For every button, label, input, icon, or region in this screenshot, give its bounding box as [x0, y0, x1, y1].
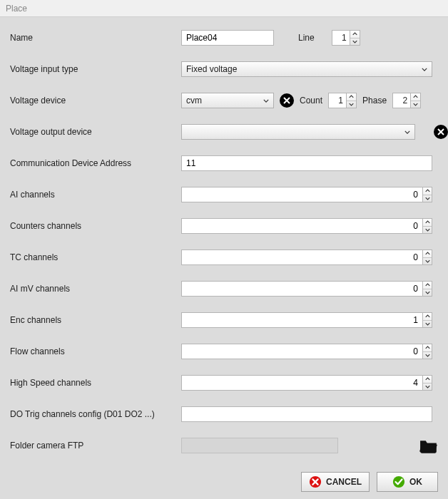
chevron-down-icon	[263, 99, 269, 103]
commaddr-label: Communication Device Address	[10, 158, 181, 168]
counters-input[interactable]	[181, 218, 422, 234]
enc-spin-down[interactable]	[423, 321, 432, 328]
dotrig-label: DO Trig channels config (D01 DO2 ...)	[10, 409, 181, 419]
tc-spin-up[interactable]	[423, 250, 432, 258]
line-spinner[interactable]: 1	[332, 30, 360, 46]
ai-spin-down[interactable]	[423, 195, 432, 202]
count-value: 1	[329, 93, 346, 108]
title-bar: Place	[0, 0, 448, 17]
tc-label: TC channels	[10, 252, 181, 262]
window-title: Place	[6, 4, 27, 14]
enc-input[interactable]	[181, 312, 422, 328]
phase-spinner[interactable]: 2	[392, 93, 421, 108]
chevron-down-icon	[422, 68, 427, 71]
counters-label: Counters channels	[10, 221, 181, 231]
ftp-label: Folder camera FTP	[10, 441, 181, 451]
ok-label: OK	[409, 477, 422, 487]
vout-label: Voltage output device	[10, 127, 181, 137]
line-label: Line	[298, 33, 315, 43]
hispeed-spin-up[interactable]	[423, 376, 432, 384]
cancel-button[interactable]: CANCEL	[301, 472, 370, 492]
vout-combo[interactable]	[181, 124, 415, 140]
flow-spin-down[interactable]	[423, 352, 432, 359]
line-spin-down[interactable]	[350, 38, 360, 46]
ai-label: AI channels	[10, 190, 181, 200]
line-spin-up[interactable]	[350, 31, 360, 38]
hispeed-input[interactable]	[181, 375, 422, 391]
close-icon	[283, 97, 290, 104]
ok-icon	[392, 475, 405, 488]
line-value: 1	[332, 31, 350, 45]
name-input[interactable]	[181, 30, 274, 46]
phase-spin-down[interactable]	[411, 101, 420, 108]
enc-label: Enc channels	[10, 315, 181, 325]
count-spin-up[interactable]	[347, 93, 356, 101]
tc-input[interactable]	[181, 250, 422, 265]
counters-spin-down[interactable]	[423, 227, 432, 234]
ftp-input[interactable]	[181, 438, 338, 453]
vdev-label: Voltage device	[10, 96, 181, 106]
enc-spin-up[interactable]	[423, 313, 432, 321]
dotrig-input[interactable]	[181, 406, 432, 422]
flow-input[interactable]	[181, 344, 422, 359]
count-label: Count	[300, 96, 322, 106]
tc-spin-down[interactable]	[423, 258, 432, 265]
vout-clear-button[interactable]	[434, 125, 448, 139]
cancel-label: CANCEL	[326, 477, 362, 487]
aimv-label: AI mV channels	[10, 284, 181, 294]
phase-label: Phase	[362, 96, 387, 106]
aimv-spin-down[interactable]	[423, 289, 432, 297]
vdev-combo[interactable]: cvm	[181, 93, 274, 108]
vdev-value: cvm	[186, 96, 202, 106]
hispeed-label: High Speed channels	[10, 378, 181, 388]
counters-spin-up[interactable]	[423, 219, 432, 227]
ai-spin-up[interactable]	[423, 187, 432, 195]
chevron-down-icon	[404, 130, 410, 134]
count-spin-down[interactable]	[347, 101, 356, 108]
folder-icon	[419, 438, 438, 453]
phase-spin-up[interactable]	[411, 93, 420, 101]
phase-value: 2	[393, 93, 410, 108]
aimv-spin-up[interactable]	[423, 282, 432, 289]
close-icon	[437, 128, 444, 135]
commaddr-input[interactable]	[181, 155, 432, 171]
vdev-clear-button[interactable]	[280, 93, 294, 108]
ok-button[interactable]: OK	[377, 472, 438, 492]
vin-type-value: Fixed voltage	[186, 64, 237, 74]
flow-label: Flow channels	[10, 346, 181, 356]
browse-folder-button[interactable]	[419, 438, 438, 453]
vin-type-label: Voltage input type	[10, 64, 181, 74]
hispeed-spin-down[interactable]	[423, 384, 432, 391]
ai-input[interactable]	[181, 187, 422, 202]
flow-spin-up[interactable]	[423, 344, 432, 352]
aimv-input[interactable]	[181, 281, 422, 297]
count-spinner[interactable]: 1	[328, 93, 357, 108]
name-label: Name	[10, 33, 181, 43]
cancel-icon	[309, 475, 322, 488]
vin-type-combo[interactable]: Fixed voltage	[181, 61, 432, 77]
